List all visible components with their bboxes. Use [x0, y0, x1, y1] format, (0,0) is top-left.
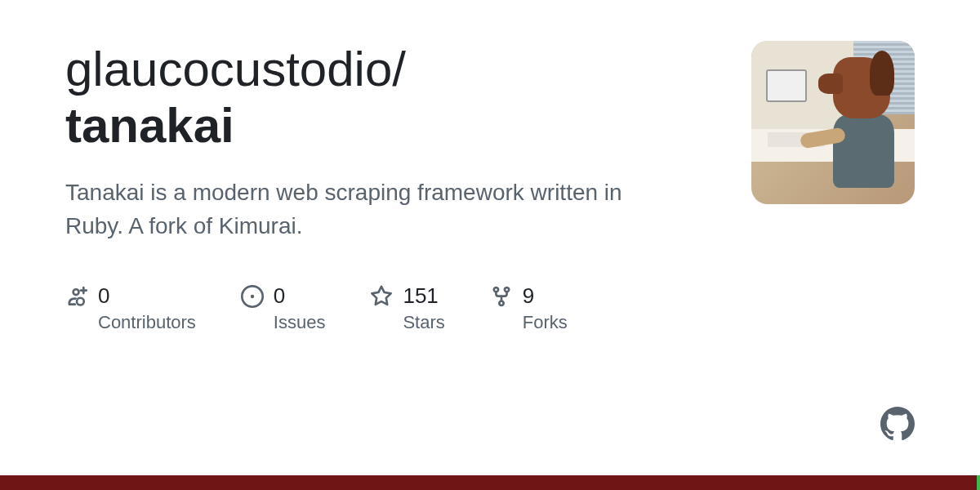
star-icon — [370, 285, 393, 308]
stars-label: Stars — [403, 312, 444, 333]
repo-stats: 0 Contributors 0 Issues 151 — [65, 283, 653, 333]
forks-label: Forks — [523, 312, 568, 333]
stars-stat[interactable]: 151 Stars — [370, 283, 444, 333]
stars-count: 151 — [403, 283, 444, 309]
repo-info: glaucocustodio/ tanakai Tanakai is a mod… — [65, 41, 653, 441]
repo-owner[interactable]: glaucocustodio/ — [65, 42, 406, 96]
issues-count: 0 — [274, 283, 326, 309]
contributors-stat[interactable]: 0 Contributors — [65, 283, 196, 333]
forks-stat[interactable]: 9 Forks — [490, 283, 568, 333]
side-column — [751, 41, 915, 441]
forks-count: 9 — [523, 283, 568, 309]
repo-card: glaucocustodio/ tanakai Tanakai is a mod… — [0, 0, 980, 441]
language-bar — [0, 475, 977, 490]
repo-title: glaucocustodio/ tanakai — [65, 41, 653, 154]
issue-icon — [241, 285, 264, 308]
avatar[interactable] — [751, 41, 915, 204]
issues-label: Issues — [274, 312, 326, 333]
fork-icon — [490, 285, 513, 308]
language-bar-secondary — [977, 475, 980, 490]
people-icon — [65, 285, 88, 308]
repo-description: Tanakai is a modern web scraping framewo… — [65, 176, 653, 243]
github-icon — [880, 407, 915, 441]
contributors-label: Contributors — [98, 312, 196, 333]
issues-stat[interactable]: 0 Issues — [241, 283, 326, 333]
repo-name[interactable]: tanakai — [65, 97, 653, 154]
contributors-count: 0 — [98, 283, 196, 309]
avatar-image — [751, 41, 915, 204]
